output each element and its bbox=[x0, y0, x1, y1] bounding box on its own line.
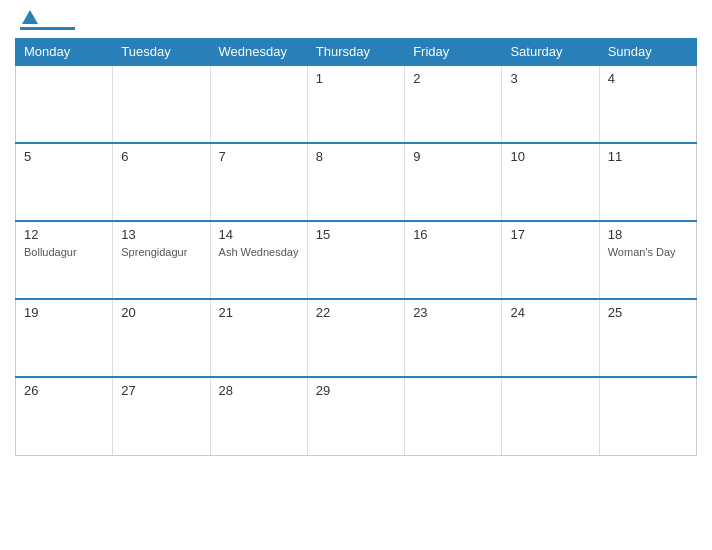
weekday-header-monday: Monday bbox=[16, 39, 113, 66]
day-event: Woman's Day bbox=[608, 245, 688, 259]
day-number: 8 bbox=[316, 149, 396, 164]
day-cell: 14Ash Wednesday bbox=[210, 221, 307, 299]
day-cell: 16 bbox=[405, 221, 502, 299]
weekday-header-friday: Friday bbox=[405, 39, 502, 66]
day-cell bbox=[502, 377, 599, 455]
day-number: 23 bbox=[413, 305, 493, 320]
day-cell bbox=[599, 377, 696, 455]
calendar-body: 123456789101112Bolludagur13Sprengidagur1… bbox=[16, 65, 697, 455]
logo-blue-bar bbox=[20, 27, 75, 30]
day-cell: 28 bbox=[210, 377, 307, 455]
day-cell: 13Sprengidagur bbox=[113, 221, 210, 299]
day-cell: 15 bbox=[307, 221, 404, 299]
day-cell: 4 bbox=[599, 65, 696, 143]
day-number: 18 bbox=[608, 227, 688, 242]
day-cell: 6 bbox=[113, 143, 210, 221]
day-number: 2 bbox=[413, 71, 493, 86]
week-row-1: 1234 bbox=[16, 65, 697, 143]
week-row-3: 12Bolludagur13Sprengidagur14Ash Wednesda… bbox=[16, 221, 697, 299]
calendar-table: MondayTuesdayWednesdayThursdayFridaySatu… bbox=[15, 38, 697, 456]
day-number: 19 bbox=[24, 305, 104, 320]
day-cell: 24 bbox=[502, 299, 599, 377]
calendar-header bbox=[15, 10, 697, 30]
day-number: 21 bbox=[219, 305, 299, 320]
day-number: 11 bbox=[608, 149, 688, 164]
day-number: 13 bbox=[121, 227, 201, 242]
day-cell: 23 bbox=[405, 299, 502, 377]
day-cell: 2 bbox=[405, 65, 502, 143]
calendar-thead: MondayTuesdayWednesdayThursdayFridaySatu… bbox=[16, 39, 697, 66]
day-number: 9 bbox=[413, 149, 493, 164]
day-cell bbox=[210, 65, 307, 143]
day-cell bbox=[113, 65, 210, 143]
logo bbox=[20, 10, 75, 30]
day-cell: 12Bolludagur bbox=[16, 221, 113, 299]
day-event: Bolludagur bbox=[24, 245, 104, 259]
calendar-container: MondayTuesdayWednesdayThursdayFridaySatu… bbox=[0, 0, 712, 550]
day-cell bbox=[405, 377, 502, 455]
day-event: Sprengidagur bbox=[121, 245, 201, 259]
day-number: 1 bbox=[316, 71, 396, 86]
day-cell: 29 bbox=[307, 377, 404, 455]
day-number: 5 bbox=[24, 149, 104, 164]
day-number: 22 bbox=[316, 305, 396, 320]
weekday-header-tuesday: Tuesday bbox=[113, 39, 210, 66]
weekday-header-wednesday: Wednesday bbox=[210, 39, 307, 66]
weekday-header-thursday: Thursday bbox=[307, 39, 404, 66]
day-number: 6 bbox=[121, 149, 201, 164]
day-number: 10 bbox=[510, 149, 590, 164]
day-number: 25 bbox=[608, 305, 688, 320]
day-number: 27 bbox=[121, 383, 201, 398]
day-cell: 26 bbox=[16, 377, 113, 455]
weekday-header-row: MondayTuesdayWednesdayThursdayFridaySatu… bbox=[16, 39, 697, 66]
weekday-header-saturday: Saturday bbox=[502, 39, 599, 66]
day-cell: 5 bbox=[16, 143, 113, 221]
day-number: 26 bbox=[24, 383, 104, 398]
day-cell bbox=[16, 65, 113, 143]
day-cell: 21 bbox=[210, 299, 307, 377]
day-cell: 25 bbox=[599, 299, 696, 377]
day-cell: 3 bbox=[502, 65, 599, 143]
day-cell: 10 bbox=[502, 143, 599, 221]
week-row-5: 26272829 bbox=[16, 377, 697, 455]
day-number: 12 bbox=[24, 227, 104, 242]
day-cell: 19 bbox=[16, 299, 113, 377]
day-cell: 11 bbox=[599, 143, 696, 221]
day-cell: 18Woman's Day bbox=[599, 221, 696, 299]
day-cell: 17 bbox=[502, 221, 599, 299]
day-cell: 20 bbox=[113, 299, 210, 377]
day-number: 20 bbox=[121, 305, 201, 320]
day-cell: 1 bbox=[307, 65, 404, 143]
day-event: Ash Wednesday bbox=[219, 245, 299, 259]
day-number: 14 bbox=[219, 227, 299, 242]
day-cell: 7 bbox=[210, 143, 307, 221]
week-row-4: 19202122232425 bbox=[16, 299, 697, 377]
day-number: 28 bbox=[219, 383, 299, 398]
day-cell: 22 bbox=[307, 299, 404, 377]
day-cell: 27 bbox=[113, 377, 210, 455]
day-number: 15 bbox=[316, 227, 396, 242]
weekday-header-sunday: Sunday bbox=[599, 39, 696, 66]
day-number: 24 bbox=[510, 305, 590, 320]
day-number: 4 bbox=[608, 71, 688, 86]
day-number: 16 bbox=[413, 227, 493, 242]
week-row-2: 567891011 bbox=[16, 143, 697, 221]
day-cell: 8 bbox=[307, 143, 404, 221]
day-number: 7 bbox=[219, 149, 299, 164]
logo-triangle-icon bbox=[22, 10, 38, 24]
day-number: 29 bbox=[316, 383, 396, 398]
day-number: 3 bbox=[510, 71, 590, 86]
day-cell: 9 bbox=[405, 143, 502, 221]
day-number: 17 bbox=[510, 227, 590, 242]
